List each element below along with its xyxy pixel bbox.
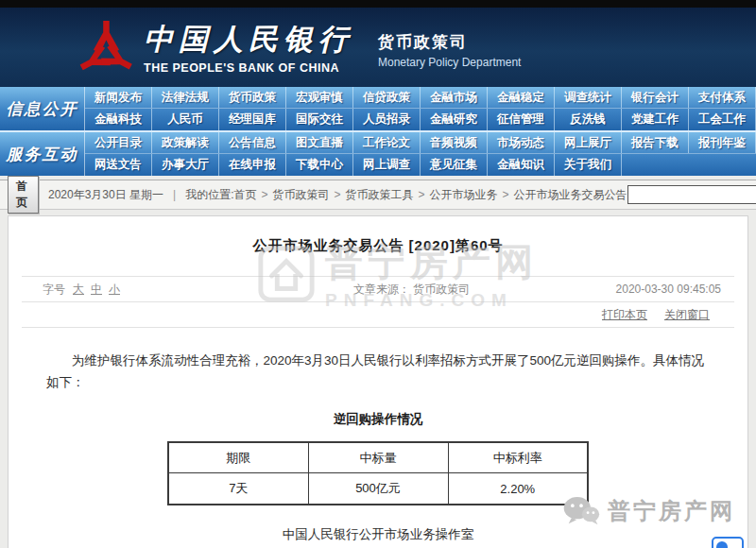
nav-item-service-hall[interactable]: 办事大厅 (152, 154, 219, 176)
nav-item-online-documents[interactable]: 网送文告 (85, 154, 152, 176)
nav-section-information: 信息公开 新闻发布 法律法规 货币政策 宏观审慎 信贷政策 金融市场 金融稳定 … (0, 87, 756, 132)
fontsize-medium-link[interactable]: 中 (91, 282, 102, 298)
nav-item-financial-knowledge[interactable]: 金融知识 (488, 154, 555, 176)
table-header-term: 期限 (168, 442, 308, 473)
nav-item-solicit-opinions[interactable]: 意见征集 (421, 154, 488, 176)
corner-widget-icon (716, 541, 728, 548)
breadcrumb-bar: 首 页 2020年3月30日 星期一 | 我的位置:首页 > 货币政策司 > 货… (0, 180, 756, 210)
nav-item-working-papers[interactable]: 工作论文 (353, 132, 421, 153)
breadcrumb: 我的位置:首页 > 货币政策司 > 货币政策工具 > 公开市场业务 > 公开市场… (185, 187, 627, 203)
table-header-row: 期限 中标量 中标利率 (168, 442, 588, 473)
page-corner-widget[interactable] (712, 537, 744, 548)
nav-item-report-download[interactable]: 报告下载 (622, 132, 689, 153)
nav-item-labor-union[interactable]: 工会工作 (689, 109, 756, 130)
nav-item-financial-markets[interactable]: 金融市场 (421, 87, 488, 108)
nav-item-online-gallery[interactable]: 网上展厅 (555, 132, 622, 153)
nav-item-news[interactable]: 新闻发布 (85, 87, 152, 108)
article-signature: 中国人民银行公开市场业务操作室 (9, 526, 747, 543)
current-date: 2020年3月30日 星期一 (48, 187, 163, 203)
nav-item-statistics[interactable]: 调查统计 (555, 87, 622, 108)
article-body-paragraph: 为维护银行体系流动性合理充裕，2020年3月30日人民银行以利率招标方式开展了5… (46, 351, 710, 394)
site-masthead: 中国人民银行 THE PEOPLE'S BANK OF CHINA 货币政策司 … (0, 8, 756, 87)
nav-item-announcements[interactable]: 公告信息 (219, 132, 286, 153)
fontsize-label: 字号 (43, 282, 65, 298)
nav-item-download-center[interactable]: 下载中心 (286, 154, 353, 176)
bank-name-chinese: 中国人民银行 (144, 20, 353, 60)
home-button[interactable]: 首 页 (8, 176, 39, 214)
nav-item-macroprudential[interactable]: 宏观审慎 (286, 87, 353, 108)
nav-item-party-building[interactable]: 党建工作 (622, 109, 689, 130)
breadcrumb-item-omo[interactable]: 公开市场业务 (430, 187, 498, 203)
nav-item-credit-policy[interactable]: 信贷政策 (353, 87, 421, 108)
nav-section-label-services: 服务互动 (0, 132, 85, 176)
table-row: 7天 500亿元 2.20% (168, 473, 588, 505)
table-cell-volume: 500亿元 (308, 473, 448, 505)
breadcrumb-separator: > (262, 188, 268, 201)
nav-item-payment-system[interactable]: 支付体系 (689, 87, 756, 108)
nav-item-anti-money-laundering[interactable]: 反洗钱 (555, 109, 622, 130)
nav-item-international[interactable]: 国际交往 (286, 109, 353, 130)
department-name-chinese: 货币政策司 (378, 31, 521, 53)
reverse-repo-table: 期限 中标量 中标利率 7天 500亿元 2.20% (167, 441, 589, 505)
nav-section-label-information: 信息公开 (0, 87, 85, 130)
breadcrumb-separator: > (503, 188, 509, 201)
article-actions-row: 打印本页 关闭窗口 (22, 302, 734, 328)
breadcrumb-separator: > (335, 188, 341, 201)
table-header-volume: 中标量 (308, 442, 448, 473)
nav-item-live-broadcast[interactable]: 图文直播 (286, 132, 353, 153)
fontsize-large-link[interactable]: 大 (73, 282, 84, 298)
table-title: 逆回购操作情况 (9, 411, 747, 428)
bank-name-english: THE PEOPLE'S BANK OF CHINA (144, 61, 353, 75)
nav-filler (622, 154, 689, 176)
breadcrumb-item-omo-announcements[interactable]: 公开市场业务交易公告 (514, 187, 627, 203)
pboc-logo-icon (79, 19, 132, 76)
nav-section-services: 服务互动 公开目录 政策解读 公告信息 图文直播 工作论文 音频视频 市场动态 … (0, 132, 756, 176)
breadcrumb-divider: | (173, 188, 176, 201)
nav-item-fintech[interactable]: 金融科技 (85, 109, 152, 130)
nav-item-market-trends[interactable]: 市场动态 (488, 132, 555, 153)
top-black-strip (0, 0, 756, 8)
fontsize-small-link[interactable]: 小 (109, 282, 120, 298)
source-label: 文章来源： (353, 283, 410, 296)
nav-item-periodicals[interactable]: 报刊年鉴 (689, 132, 756, 153)
article-meta-row: 字号 大 中 小 文章来源： 货币政策司 2020-03-30 09:45:05 (22, 276, 734, 302)
breadcrumb-item-tools[interactable]: 货币政策工具 (346, 187, 414, 203)
department-name-english: Monetary Policy Department (378, 56, 521, 69)
search-input[interactable] (627, 185, 756, 204)
nav-item-open-directory[interactable]: 公开目录 (85, 132, 152, 153)
main-navigation: 信息公开 新闻发布 法律法规 货币政策 宏观审慎 信贷政策 金融市场 金融稳定 … (0, 87, 756, 176)
article-page: 公开市场业务交易公告 [2020]第60号 字号 大 中 小 文章来源： 货币政… (8, 215, 748, 548)
nav-item-online-survey[interactable]: 网上调查 (353, 154, 421, 176)
nav-item-about-us[interactable]: 关于我们 (555, 154, 622, 176)
article-title: 公开市场业务交易公告 [2020]第60号 (9, 237, 747, 255)
nav-item-policy-interpretation[interactable]: 政策解读 (152, 132, 219, 153)
nav-item-research[interactable]: 金融研究 (421, 109, 488, 130)
close-window-link[interactable]: 关闭窗口 (664, 307, 710, 323)
source-value: 货币政策司 (413, 283, 470, 296)
nav-item-monetary-policy[interactable]: 货币政策 (219, 87, 286, 108)
breadcrumb-separator: > (419, 188, 425, 201)
nav-item-financial-stability[interactable]: 金融稳定 (488, 87, 555, 108)
table-cell-rate: 2.20% (448, 473, 588, 505)
table-header-rate: 中标利率 (448, 442, 588, 473)
publish-datetime: 2020-03-30 09:45:05 (616, 283, 721, 296)
breadcrumb-item-mpd[interactable]: 货币政策司 (273, 187, 330, 203)
nav-item-credit-info[interactable]: 征信管理 (488, 109, 555, 130)
table-cell-term: 7天 (168, 473, 308, 505)
nav-filler (689, 154, 756, 176)
nav-item-online-filing[interactable]: 在线申报 (219, 154, 286, 176)
nav-item-renminbi[interactable]: 人民币 (152, 109, 219, 130)
nav-item-treasury[interactable]: 经理国库 (219, 109, 286, 130)
nav-item-accounting[interactable]: 银行会计 (622, 87, 689, 108)
print-page-link[interactable]: 打印本页 (602, 307, 647, 323)
nav-item-audio-video[interactable]: 音频视频 (421, 132, 488, 153)
breadcrumb-location-home[interactable]: 我的位置:首页 (185, 187, 256, 203)
nav-item-recruitment[interactable]: 人员招录 (353, 109, 421, 130)
nav-item-laws[interactable]: 法律法规 (152, 87, 219, 108)
